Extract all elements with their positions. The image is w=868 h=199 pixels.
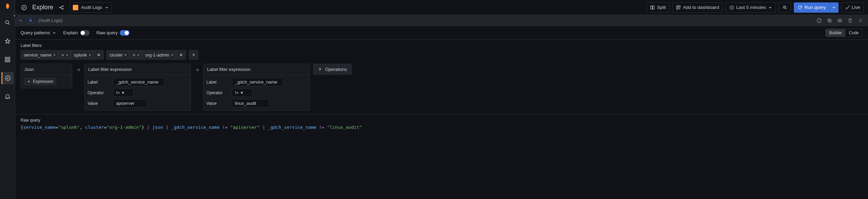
chevron-down-icon: ▾ (171, 53, 173, 57)
stage-arrow-icon (194, 64, 200, 73)
main-panel: Explore Audit Logs Split Add to dashboar… (15, 0, 868, 199)
editor-mode-switch: Builder Code (825, 29, 863, 37)
svg-text:?: ? (819, 19, 820, 22)
query-ref-id[interactable]: A (26, 17, 35, 24)
nav-explore-icon[interactable] (1, 72, 14, 84)
add-filter-button[interactable] (189, 50, 198, 60)
close-icon: ✕ (97, 52, 101, 58)
chevron-down-icon (768, 5, 772, 10)
svg-point-7 (60, 7, 61, 8)
datasource-picker[interactable]: Audit Logs (70, 2, 112, 13)
add-expression-button[interactable]: Expression (24, 78, 56, 85)
split-button[interactable]: Split (646, 2, 670, 13)
copy-icon[interactable] (825, 16, 834, 25)
stage-label-filter-1: Label filter expression Label _gdch_serv… (84, 64, 191, 111)
svg-rect-14 (677, 8, 678, 9)
filter-1-remove[interactable]: ✕ (176, 50, 186, 60)
eye-icon[interactable] (836, 16, 844, 25)
raw-query-heading: Raw query (21, 118, 863, 123)
topbar-right: Split Add to dashboard Last 5 minutes Ru… (646, 2, 864, 13)
query-datasource-hint: (Audit Logs) (38, 18, 62, 23)
svg-rect-3 (5, 60, 7, 62)
editor-mode-builder[interactable]: Builder (826, 29, 845, 37)
chevron-down-icon: ▾ (241, 90, 243, 95)
filter-0: service_name▾ =▾ splunk▾ ✕ (21, 50, 104, 60)
stage-arrow-icon (76, 64, 81, 73)
svg-rect-4 (8, 60, 10, 62)
nav-alerts-icon[interactable] (1, 90, 14, 103)
lf2-operator-key: Operator (206, 90, 228, 95)
help-icon[interactable]: ? (815, 16, 823, 25)
lf1-operator-value[interactable]: !=▾ (113, 88, 134, 97)
collapse-query-icon[interactable] (19, 18, 23, 23)
lf1-operator-key: Operator (88, 90, 110, 95)
raw-query-toggle-group: Raw query (96, 30, 129, 36)
chevron-down-icon: ▾ (66, 53, 68, 57)
raw-query-toggle[interactable] (120, 30, 129, 36)
filter-0-value[interactable]: splunk▾ (71, 50, 94, 60)
lf1-label-value[interactable]: _gdch_service_name (113, 78, 164, 86)
query-builder: Label filters service_name▾ =▾ splunk▾ ✕… (15, 40, 868, 114)
add-operation-button[interactable]: Operations (313, 64, 352, 75)
explain-label: Explain (63, 30, 78, 35)
lf2-label-key: Label (206, 80, 228, 85)
compass-icon (19, 3, 29, 12)
panel-add-icon (676, 5, 681, 10)
chevron-down-icon (52, 31, 56, 35)
add-dashboard-label: Add to dashboard (683, 5, 719, 10)
lf2-label-value[interactable]: _gdch_service_name (232, 78, 283, 86)
svg-rect-10 (651, 6, 652, 9)
stages-row: Json Expression Label filter expression … (21, 64, 863, 111)
topbar: Explore Audit Logs Split Add to dashboar… (15, 0, 868, 15)
editor-mode-code[interactable]: Code (845, 29, 862, 37)
svg-point-23 (861, 19, 861, 20)
zoom-out-button[interactable] (779, 2, 791, 13)
svg-rect-12 (677, 5, 678, 7)
run-query-dropdown[interactable] (830, 2, 838, 13)
chevron-down-icon: ▾ (54, 53, 55, 57)
filter-1-value[interactable]: org-1-admin▾ (142, 50, 176, 60)
explain-toggle[interactable] (80, 30, 90, 36)
svg-rect-13 (679, 5, 680, 7)
query-header-actions: ? (815, 16, 865, 25)
filter-0-op[interactable]: =▾ (58, 50, 71, 60)
lf1-value-value[interactable]: apiserver (113, 99, 147, 108)
nav-sidebar (0, 0, 15, 199)
svg-point-8 (62, 5, 64, 7)
label-filters-section: Label filters service_name▾ =▾ splunk▾ ✕… (21, 43, 863, 60)
svg-point-22 (859, 19, 860, 20)
refresh-icon (798, 5, 802, 10)
lf2-operator-value[interactable]: !=▾ (232, 88, 252, 97)
filter-0-key[interactable]: service_name▾ (21, 50, 58, 60)
chevron-down-icon: ▾ (137, 53, 139, 57)
filter-0-remove[interactable]: ✕ (94, 50, 104, 60)
filter-1: cluster▾ =▾ org-1-admin▾ ✕ (106, 50, 186, 60)
share-icon[interactable] (57, 3, 66, 12)
split-icon (650, 5, 655, 10)
stage-label-filter-2: Label filter expression Label _gdch_serv… (203, 64, 310, 111)
stage-lf1-title: Label filter expression (85, 64, 191, 75)
filter-1-op[interactable]: =▾ (129, 50, 142, 60)
raw-query-section: Raw query {service_name="splunk", cluste… (15, 114, 868, 133)
sidebar-expand-icon[interactable] (11, 12, 18, 19)
svg-rect-11 (653, 6, 654, 9)
query-patterns-dropdown[interactable]: Query patterns (21, 30, 56, 35)
stage-lf2-title: Label filter expression (204, 64, 309, 75)
topbar-left: Explore Audit Logs (19, 2, 112, 13)
nav-star-icon[interactable] (1, 35, 14, 47)
trash-icon[interactable] (846, 16, 854, 25)
add-to-dashboard-button[interactable]: Add to dashboard (672, 2, 723, 13)
chevron-down-icon: ▾ (122, 90, 124, 95)
grafana-logo-icon[interactable] (4, 3, 11, 10)
filter-1-key[interactable]: cluster▾ (106, 50, 129, 60)
nav-search-icon[interactable] (1, 16, 14, 29)
nav-dashboards-icon[interactable] (1, 53, 14, 66)
lf2-value-value[interactable]: linux_audit (232, 99, 270, 108)
svg-rect-2 (8, 57, 10, 59)
run-query-button[interactable]: Run query (794, 2, 830, 13)
live-button[interactable]: Live (841, 2, 864, 13)
raw-query-text: {service_name="splunk", cluster="org-1-a… (21, 125, 863, 130)
plus-icon (27, 79, 31, 84)
drag-handle-icon[interactable] (856, 16, 865, 25)
time-range-button[interactable]: Last 5 minutes (726, 2, 776, 13)
